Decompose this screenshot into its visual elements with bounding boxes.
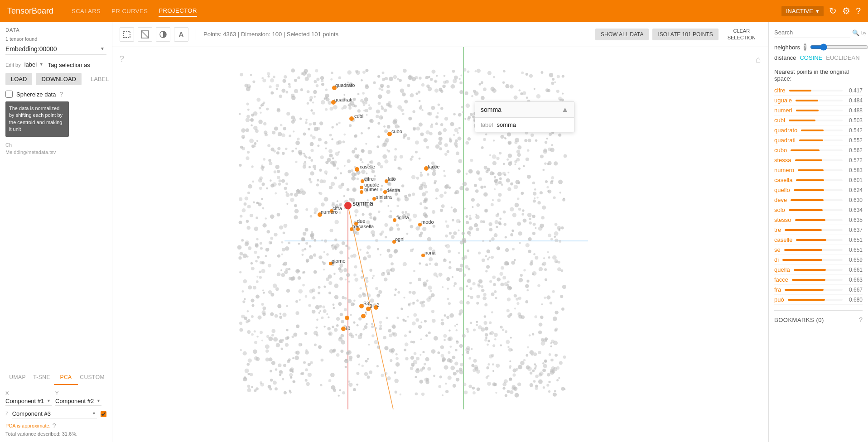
nearest-item-name[interactable]: uguale <box>774 97 792 104</box>
dot-num4[interactable] <box>345 316 349 320</box>
x-component-select-wrap[interactable]: Component #1 <box>5 397 52 406</box>
bg-dot <box>414 352 417 355</box>
bg-dot <box>517 145 521 149</box>
nearest-item-name[interactable]: cubo <box>774 147 787 154</box>
bg-dot <box>324 141 328 144</box>
isolate-101-button[interactable]: Isolate 101 points <box>652 29 718 40</box>
embedding-select-wrapper[interactable]: Embedding:00000 <box>5 43 106 55</box>
bg-dot <box>300 88 303 91</box>
label-toggle-icon[interactable]: A <box>174 27 188 42</box>
sphereize-checkbox[interactable] <box>5 91 13 98</box>
bg-dot <box>422 192 426 197</box>
nearest-item-name[interactable]: cubi <box>774 117 785 124</box>
load-button[interactable]: Load <box>5 73 32 85</box>
inactive-button[interactable]: INACTIVE ▾ <box>781 6 824 16</box>
refresh-icon[interactable]: ↻ <box>829 5 837 16</box>
y-component-select-wrap[interactable]: Component #2 <box>55 397 101 406</box>
bg-dot <box>297 138 299 140</box>
neighbors-help-icon[interactable]: ? <box>804 43 806 51</box>
nearest-item-name[interactable]: numeri <box>774 107 792 114</box>
nearest-item-name[interactable]: tre <box>774 226 781 233</box>
nearest-item-name[interactable]: di <box>774 256 779 263</box>
bg-dot <box>279 226 283 230</box>
tab-custom[interactable]: CUSTOM <box>78 370 106 385</box>
nav-scalars[interactable]: SCALARS <box>72 6 101 16</box>
nearest-item-name[interactable]: quello <box>774 187 790 193</box>
dot-figura[interactable] <box>393 218 396 222</box>
bg-dot <box>529 74 533 77</box>
half-tone-icon[interactable] <box>156 27 170 42</box>
x-component-select[interactable]: Component #1 <box>5 397 52 406</box>
nearest-item-name[interactable]: quella <box>774 266 790 273</box>
bg-dot <box>463 383 467 386</box>
cosine-option[interactable]: COSINE <box>800 54 822 61</box>
selection-rectangle-icon[interactable] <box>120 27 134 42</box>
bg-dot <box>275 287 279 291</box>
dot-cifre[interactable] <box>361 179 364 183</box>
euclidean-option[interactable]: EUCLIDEAN <box>826 54 859 61</box>
main-dot-somma[interactable] <box>344 202 352 209</box>
nearest-item-name[interactable]: caselle <box>774 236 792 243</box>
edit-by-select-wrap[interactable]: label <box>24 60 44 69</box>
canvas-area[interactable]: ? ⌂ <box>112 47 768 442</box>
show-all-data-button[interactable]: Show All Data <box>595 29 649 40</box>
bg-dot <box>487 71 492 75</box>
nearest-item-name[interactable]: stessa <box>774 157 791 163</box>
download-button[interactable]: Download <box>36 73 82 85</box>
bg-dot <box>310 171 314 175</box>
bg-dot <box>368 104 370 106</box>
dot-uguale[interactable] <box>360 186 363 189</box>
search-icon[interactable]: 🔍 <box>852 29 859 36</box>
nearest-item-name[interactable]: deve <box>774 197 787 203</box>
popup-close-icon[interactable]: ▲ <box>561 106 569 114</box>
dot-numeri[interactable] <box>360 190 363 194</box>
tab-pca[interactable]: PCA <box>54 370 78 385</box>
nav-projector[interactable]: PROJECTOR <box>159 5 197 17</box>
bg-dot <box>510 233 513 236</box>
label-button[interactable]: Label <box>85 73 112 85</box>
nearest-item-name[interactable]: stesso <box>774 216 791 223</box>
nearest-item-name[interactable]: solo <box>774 207 785 213</box>
y-component-select[interactable]: Component #2 <box>55 397 101 406</box>
neighbors-slider[interactable] <box>810 43 868 51</box>
z-component-select-wrap[interactable]: Component #3 <box>12 409 97 418</box>
bg-dot <box>274 170 277 173</box>
bg-dot <box>329 134 332 136</box>
nearest-item-name[interactable]: facce <box>774 276 788 283</box>
pca-help-icon[interactable]: ? <box>53 422 56 429</box>
distance-row: distance COSINE EUCLIDEAN <box>774 54 863 61</box>
bg-dot <box>402 92 405 96</box>
tab-umap[interactable]: UMAP <box>5 370 29 385</box>
nearest-item-name[interactable]: casella <box>774 177 792 183</box>
nav-pr-curves[interactable]: PR CURVES <box>111 6 148 16</box>
search-input[interactable] <box>774 27 850 38</box>
z-component-select[interactable]: Component #3 <box>12 409 97 418</box>
nearest-item-name[interactable]: fra <box>774 286 781 293</box>
canvas-help-icon[interactable]: ? <box>120 54 124 64</box>
dot-caselle[interactable] <box>355 167 359 172</box>
clear-selection-button[interactable]: Clearselection <box>722 25 761 43</box>
nearest-item-name[interactable]: quadrati <box>774 137 796 144</box>
nearest-item-name[interactable]: cifre <box>774 87 786 94</box>
nearest-item-name[interactable]: se <box>774 246 781 253</box>
nearest-item-name[interactable]: numero <box>774 167 794 173</box>
nearest-item-name[interactable]: quadrato <box>774 127 797 134</box>
tab-tsne[interactable]: T-SNE <box>29 370 53 385</box>
z-checkbox[interactable] <box>101 411 106 417</box>
dot-cubi[interactable] <box>349 116 354 121</box>
nearest-item-name[interactable]: può <box>774 296 784 303</box>
settings-icon[interactable]: ⚙ <box>842 5 850 16</box>
sphereize-help-icon[interactable]: ? <box>59 91 63 98</box>
night-mode-icon[interactable] <box>138 27 152 42</box>
bg-dot <box>521 72 524 74</box>
bg-dot <box>458 252 460 254</box>
embedding-select[interactable]: Embedding:00000 <box>5 43 106 55</box>
bg-dot <box>408 193 411 197</box>
bg-dot <box>318 286 321 288</box>
edit-by-select[interactable]: label <box>24 60 44 69</box>
bg-dot <box>418 91 420 93</box>
bookmarks-help-icon[interactable]: ? <box>859 316 863 323</box>
bg-dot <box>363 256 367 260</box>
home-button[interactable]: ⌂ <box>756 54 761 65</box>
help-icon[interactable]: ? <box>856 6 861 16</box>
